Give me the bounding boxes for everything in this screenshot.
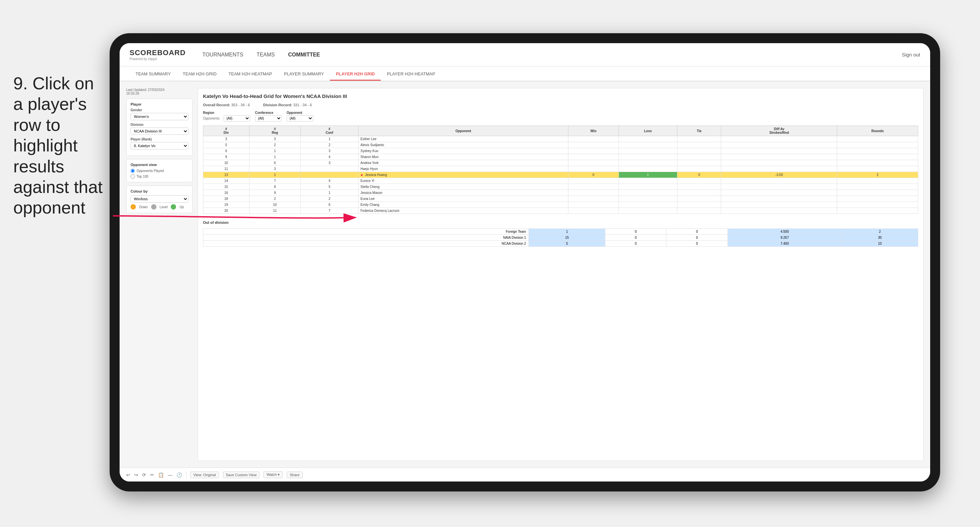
opponent-select[interactable]: (All) [287, 115, 313, 122]
table-cell: 1 [301, 190, 358, 196]
table-row[interactable]: 914Sharon Mun [203, 154, 918, 160]
col-conf: #Conf [301, 126, 358, 136]
table-cell: 1 [249, 148, 301, 154]
table-cell [568, 154, 619, 160]
nav-item-teams[interactable]: TEAMS [256, 50, 275, 59]
watch-btn[interactable]: Watch ▾ [263, 471, 283, 478]
table-cell [721, 154, 837, 160]
paste-icon[interactable]: 📋 [158, 472, 164, 478]
nav-item-committee[interactable]: COMMITTEE [288, 50, 320, 59]
view-original-btn[interactable]: View: Original [190, 471, 219, 478]
filter-conference-inner: (All) [255, 115, 282, 122]
logo-sub: Powered by clippd [130, 57, 186, 61]
share-btn[interactable]: Share [287, 471, 302, 478]
division-select[interactable]: NCAA Division III [130, 127, 188, 135]
table-cell [619, 196, 677, 202]
table-header-row: #Div #Reg #Conf Opponent Win Loss Tie Di… [203, 126, 918, 136]
out-division-cell: 7.400 [727, 241, 842, 247]
out-of-division-table: Foreign Team1004.5002NAIA Division 11500… [203, 229, 918, 247]
dash-icon[interactable]: — [168, 472, 172, 478]
table-cell: 9 [249, 190, 301, 196]
gender-select[interactable]: Women's [130, 113, 188, 120]
table-cell [677, 148, 721, 154]
table-row[interactable]: 131►Jessica Huang010-3.002 [203, 172, 918, 178]
table-cell [301, 166, 358, 172]
conference-select[interactable]: (All) [255, 115, 282, 122]
out-of-division-row[interactable]: NAIA Division 115009.26730 [203, 235, 918, 241]
table-row[interactable]: 19106Emily Chang [203, 202, 918, 208]
region-select[interactable]: (All) [224, 115, 250, 122]
radio-opponents-played[interactable]: Opponents Played [130, 169, 188, 173]
sub-nav-player-h2h-grid[interactable]: PLAYER H2H GRID [330, 68, 381, 81]
table-row[interactable]: 1063Andrea York [203, 160, 918, 166]
table-cell [837, 202, 918, 208]
table-row[interactable]: 1474Eunice Yi [203, 178, 918, 184]
out-division-cell: 30 [842, 235, 918, 241]
table-cell: 3 [301, 160, 358, 166]
table-cell [721, 196, 837, 202]
table-cell: 3 [203, 136, 250, 142]
table-cell: 8 [249, 184, 301, 190]
table-cell [837, 208, 918, 214]
sub-nav-team-h2h-grid[interactable]: TEAM H2H GRID [177, 68, 223, 81]
col-reg: #Reg [249, 126, 301, 136]
table-cell [677, 154, 721, 160]
redo-icon[interactable]: ↪ [134, 472, 138, 478]
table-cell [568, 208, 619, 214]
table-cell [721, 160, 837, 166]
nav-item-tournaments[interactable]: TOURNAMENTS [202, 50, 243, 59]
table-cell [837, 136, 918, 142]
cut-icon[interactable]: ✂ [150, 472, 154, 478]
forward-icon[interactable]: ⟳ [142, 472, 146, 478]
logo-main: SCOREBOARD [130, 49, 186, 57]
table-cell: 3 [301, 148, 358, 154]
sign-out[interactable]: Sign out [902, 52, 920, 57]
table-row[interactable]: 1585Stella Cheng [203, 184, 918, 190]
table-cell [837, 184, 918, 190]
table-cell [721, 166, 837, 172]
sidebar-timestamp: Last Updated: 27/03/2024 16:55:28 [126, 88, 192, 95]
table-cell: 2 [249, 196, 301, 202]
table-cell: 6 [249, 160, 301, 166]
table-cell [619, 190, 677, 196]
clock-icon[interactable]: 🕐 [177, 472, 182, 478]
out-of-division-row[interactable]: NCAA Division 25007.40010 [203, 241, 918, 247]
grid-area: Katelyn Vo Head-to-Head Grid for Women's… [198, 88, 924, 461]
sub-nav-player-summary[interactable]: PLAYER SUMMARY [278, 68, 330, 81]
col-div: #Div [203, 126, 250, 136]
col-loss: Loss [619, 126, 677, 136]
table-row[interactable]: 522Alexis Sudjianto [203, 142, 918, 148]
table-cell: ►Jessica Huang [358, 172, 568, 178]
table-cell: -3.00 [721, 172, 837, 178]
table-cell [677, 136, 721, 142]
table-cell: Eunice Yi [358, 178, 568, 184]
table-cell [677, 160, 721, 166]
table-cell: 10 [249, 202, 301, 208]
annotation-text: 9. Click on a player's row to highlight … [13, 73, 106, 218]
table-cell: 1 [619, 172, 677, 178]
colour-by-select[interactable]: Win/loss [130, 195, 188, 203]
sub-nav-team-h2h-heatmap[interactable]: TEAM H2H HEATMAP [223, 68, 278, 81]
radio-top-100[interactable]: Top 100 [130, 175, 188, 179]
out-of-division-row[interactable]: Foreign Team1004.5002 [203, 229, 918, 235]
table-row[interactable]: 1822Euna Lee [203, 196, 918, 202]
legend-dot-down [130, 204, 136, 210]
sub-nav-team-summary[interactable]: TEAM SUMMARY [130, 68, 177, 81]
table-cell [677, 178, 721, 184]
table-cell [837, 166, 918, 172]
out-division-cell: 2 [842, 229, 918, 235]
table-row[interactable]: 113Haejo Hyun [203, 166, 918, 172]
table-row[interactable]: 1691Jessica Mason [203, 190, 918, 196]
toolbar-separator-1 [186, 471, 186, 478]
table-cell: 18 [203, 196, 250, 202]
player-select[interactable]: 8. Katelyn Vo [130, 142, 188, 149]
table-row[interactable]: 331Esther Lee [203, 136, 918, 142]
table-row[interactable]: 613Sydney Kuo [203, 148, 918, 154]
table-row[interactable]: 20117Federica Domecq Lacroze [203, 208, 918, 214]
save-custom-view-btn[interactable]: Save Custom View [223, 471, 260, 478]
table-cell: 14 [203, 178, 250, 184]
sub-nav-player-h2h-heatmap[interactable]: PLAYER H2H HEATMAP [381, 68, 441, 81]
undo-icon[interactable]: ↩ [126, 472, 130, 478]
table-cell: 9 [203, 154, 250, 160]
top-nav: SCOREBOARD Powered by clippd TOURNAMENTS… [119, 43, 930, 67]
